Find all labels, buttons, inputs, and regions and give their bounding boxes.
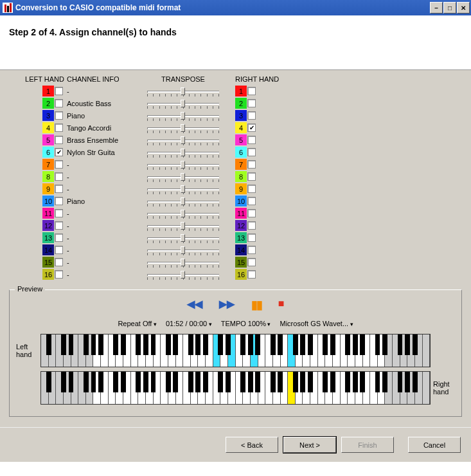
playback-info: Repeat Off 01:52 / 00:00 TEMPO 100% Micr… <box>16 320 455 327</box>
channel-number: 1 <box>42 86 54 96</box>
channel-number: 3 <box>42 110 54 121</box>
transpose-slider-2[interactable] <box>135 97 231 109</box>
right-hand-channel-11: 11 <box>231 207 289 219</box>
tempo-dropdown[interactable]: TEMPO 100% <box>221 320 271 327</box>
right-checkbox-12[interactable] <box>247 221 256 230</box>
transpose-slider-11[interactable] <box>135 207 231 219</box>
right-checkbox-9[interactable] <box>247 185 256 193</box>
right-checkbox-8[interactable] <box>247 172 256 181</box>
channel-number: 14 <box>42 244 54 255</box>
right-hand-channel-3: 3 <box>231 109 289 122</box>
transpose-slider-13[interactable] <box>135 232 231 244</box>
right-hand-channel-6: 6 <box>231 146 289 158</box>
cancel-button[interactable]: Cancel <box>408 437 461 453</box>
left-checkbox-4[interactable] <box>55 124 63 132</box>
right-checkbox-1[interactable] <box>247 87 256 95</box>
back-button[interactable]: < Back <box>226 437 278 453</box>
channel-number: 5 <box>235 134 247 145</box>
transpose-slider-16[interactable] <box>135 268 231 280</box>
channel-info-7: - <box>64 158 135 170</box>
left-hand-channel-11: 11 <box>6 207 64 219</box>
right-checkbox-7[interactable] <box>247 160 256 169</box>
left-hand-channel-14: 14 <box>6 244 64 256</box>
channel-number: 2 <box>235 98 247 109</box>
transpose-slider-6[interactable] <box>135 146 231 158</box>
left-checkbox-3[interactable] <box>55 111 63 120</box>
right-checkbox-13[interactable] <box>247 233 256 242</box>
channel-number: 11 <box>235 208 247 219</box>
right-checkbox-11[interactable] <box>247 209 256 217</box>
transpose-slider-5[interactable] <box>135 134 231 146</box>
left-hand-channel-16: 16 <box>6 268 64 280</box>
transpose-slider-3[interactable] <box>135 109 231 122</box>
right-checkbox-3[interactable] <box>247 111 256 120</box>
transpose-slider-15[interactable] <box>135 256 231 268</box>
pause-button[interactable]: ▮▮ <box>251 298 262 312</box>
left-hand-channel-7: 7 <box>6 158 64 170</box>
left-hand-channel-6: 6 <box>6 146 64 158</box>
transpose-slider-12[interactable] <box>135 219 231 232</box>
finish-button[interactable]: Finish <box>341 437 394 453</box>
right-checkbox-16[interactable] <box>247 270 256 279</box>
right-checkbox-6[interactable] <box>247 148 256 156</box>
left-checkbox-11[interactable] <box>55 209 63 217</box>
right-checkbox-15[interactable] <box>247 258 256 266</box>
left-checkbox-15[interactable] <box>55 258 63 266</box>
left-hand-channel-12: 12 <box>6 219 64 232</box>
transpose-slider-8[interactable] <box>135 170 231 183</box>
left-checkbox-1[interactable] <box>55 87 63 95</box>
wizard-buttons: < Back Next > Finish Cancel <box>0 427 471 462</box>
left-checkbox-14[interactable] <box>55 246 63 254</box>
channel-number: 7 <box>235 159 247 170</box>
keyboard-left[interactable] <box>40 334 431 367</box>
channel-number: 7 <box>42 159 54 170</box>
channel-number: 15 <box>235 257 247 268</box>
channel-number: 16 <box>42 269 54 280</box>
left-checkbox-10[interactable] <box>55 197 63 205</box>
keyboard-right[interactable] <box>40 371 431 405</box>
left-hand-row: Left hand <box>16 334 455 367</box>
left-checkbox-6[interactable] <box>55 148 63 156</box>
transpose-slider-10[interactable] <box>135 195 231 207</box>
transpose-slider-4[interactable] <box>135 122 231 134</box>
left-hand-channel-15: 15 <box>6 256 64 268</box>
transpose-slider-7[interactable] <box>135 158 231 170</box>
left-checkbox-12[interactable] <box>55 221 63 230</box>
transpose-slider-9[interactable] <box>135 183 231 195</box>
channel-number: 8 <box>42 171 54 182</box>
maximize-button[interactable]: □ <box>443 2 456 14</box>
left-checkbox-7[interactable] <box>55 160 63 169</box>
main-panel: LEFT HAND CHANNEL INFO TRANSPOSE RIGHT H… <box>0 69 471 427</box>
channel-info-10: Piano <box>64 195 135 207</box>
left-checkbox-8[interactable] <box>55 172 63 181</box>
right-checkbox-14[interactable] <box>247 246 256 254</box>
right-hand-channel-14: 14 <box>231 244 289 256</box>
right-checkbox-10[interactable] <box>247 197 256 205</box>
next-button[interactable]: Next > <box>283 437 336 453</box>
right-hand-channel-5: 5 <box>231 134 289 146</box>
left-checkbox-13[interactable] <box>55 233 63 242</box>
right-checkbox-2[interactable] <box>247 99 256 107</box>
rewind-button[interactable]: ◀◀ <box>187 298 202 312</box>
right-checkbox-5[interactable] <box>247 136 256 144</box>
transpose-slider-14[interactable] <box>135 244 231 256</box>
right-hand-channel-8: 8 <box>231 170 289 183</box>
stop-button[interactable]: ■ <box>278 298 285 312</box>
right-checkbox-4[interactable] <box>247 124 256 132</box>
playback-controls: ◀◀ ▶▶ ▮▮ ■ <box>16 298 455 312</box>
left-checkbox-9[interactable] <box>55 185 63 193</box>
minimize-button[interactable]: – <box>430 2 443 14</box>
repeat-dropdown[interactable]: Repeat Off <box>118 320 157 327</box>
left-checkbox-2[interactable] <box>55 99 63 107</box>
right-hand-channel-9: 9 <box>231 183 289 195</box>
col-right-hand: RIGHT HAND <box>231 75 289 85</box>
device-dropdown[interactable]: Microsoft GS Wavet... <box>280 320 353 327</box>
left-checkbox-16[interactable] <box>55 270 63 279</box>
time-dropdown[interactable]: 01:52 / 00:00 <box>166 320 212 327</box>
left-hand-channel-2: 2 <box>6 97 64 109</box>
left-hand-label: Left hand <box>16 343 38 358</box>
close-button[interactable]: ✕ <box>457 2 470 14</box>
left-checkbox-5[interactable] <box>55 136 63 144</box>
transpose-slider-1[interactable] <box>135 85 231 97</box>
forward-button[interactable]: ▶▶ <box>219 298 235 312</box>
